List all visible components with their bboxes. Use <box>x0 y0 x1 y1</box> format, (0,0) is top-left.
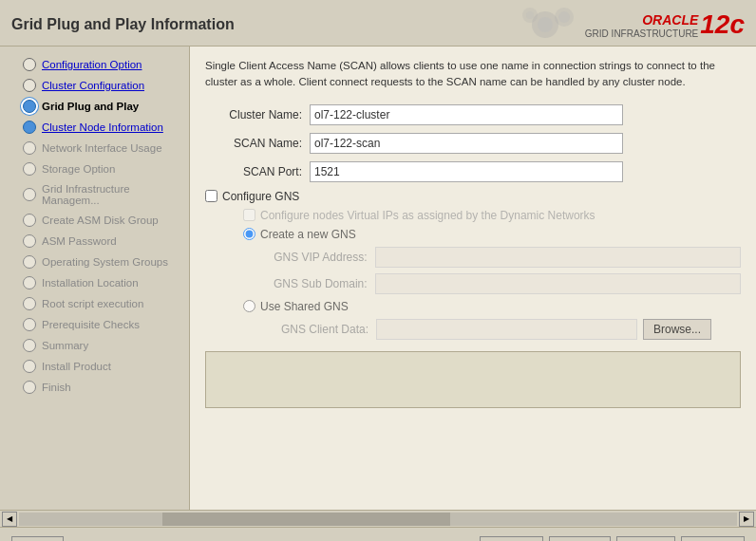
sidebar-item-prerequisite-checks: Prerequisite Checks <box>0 314 189 335</box>
use-shared-gns-radio[interactable] <box>243 300 255 312</box>
gns-section: Configure GNS Configure nodes Virtual IP… <box>205 190 741 340</box>
scroll-track[interactable] <box>19 513 737 526</box>
scan-port-label: SCAN Port: <box>205 165 310 178</box>
sidebar-item-installation-location: Installation Location <box>0 272 189 293</box>
scan-name-row: SCAN Name: <box>205 133 741 154</box>
cluster-name-label: Cluster Name: <box>205 108 310 121</box>
scan-port-input[interactable] <box>310 161 623 182</box>
step-icon-install-product <box>23 360 36 373</box>
sidebar-item-root-script-execution: Root script execution <box>0 293 189 314</box>
sidebar-item-cluster-configuration[interactable]: Cluster Configuration <box>0 75 189 96</box>
oracle-text: ORACLE <box>642 12 698 28</box>
gns-client-data-label: GNS Client Data: <box>262 323 376 336</box>
svg-point-5 <box>526 11 534 19</box>
sidebar-item-storage-option: Storage Option <box>0 159 189 179</box>
step-icon-create-asm-disk-group <box>23 214 36 227</box>
description-text: Single Client Access Name (SCAN) allows … <box>205 58 741 91</box>
step-icon-installation-location <box>23 276 36 289</box>
scroll-left-arrow[interactable]: ◀ <box>2 512 17 527</box>
back-button[interactable]: < Back <box>480 536 543 542</box>
configure-gns-label: Configure GNS <box>222 190 299 203</box>
gns-sub-domain-row: GNS Sub Domain: <box>262 273 741 294</box>
step-icon-network-interface-usage <box>23 141 36 155</box>
sidebar-item-install-product: Install Product <box>0 356 189 377</box>
cluster-name-input[interactable] <box>310 104 623 125</box>
gns-sub-domain-label: GNS Sub Domain: <box>262 277 375 290</box>
sidebar-item-grid-infrastructure-management: Grid Infrastructure Managem... <box>0 179 189 210</box>
svg-point-3 <box>558 11 570 23</box>
use-shared-gns-row: Use Shared GNS <box>243 300 741 313</box>
version-number: 12c <box>700 9 745 40</box>
footer-right: < Back Next > Install Cancel <box>480 536 745 542</box>
create-new-gns-label: Create a new GNS <box>260 228 356 241</box>
browse-button[interactable]: Browse... <box>643 319 711 340</box>
scan-port-row: SCAN Port: <box>205 161 741 182</box>
sidebar: Configuration Option Cluster Configurati… <box>0 47 190 510</box>
sidebar-item-finish: Finish <box>0 377 189 398</box>
step-icon-grid-plug-and-play <box>23 100 36 113</box>
step-icon-cluster-configuration <box>23 79 36 92</box>
scan-name-input[interactable] <box>310 133 623 154</box>
sidebar-item-create-asm-disk-group: Create ASM Disk Group <box>0 210 189 231</box>
svg-point-1 <box>538 17 553 32</box>
step-icon-asm-password <box>23 234 36 248</box>
use-shared-gns-label: Use Shared GNS <box>260 300 349 313</box>
step-icon-root-script-execution <box>23 297 36 310</box>
create-new-gns-row: Create a new GNS <box>243 228 741 241</box>
scrollbar-container: ◀ ▶ <box>0 510 756 527</box>
gns-client-data-input[interactable] <box>376 319 637 340</box>
step-icon-finish <box>23 381 36 394</box>
sidebar-item-summary: Summary <box>0 335 189 356</box>
help-button[interactable]: Help <box>11 536 64 542</box>
create-new-gns-radio[interactable] <box>243 228 255 240</box>
scan-name-label: SCAN Name: <box>205 137 310 150</box>
scroll-thumb <box>162 513 449 526</box>
product-line: GRID INFRASTRUCTURE <box>585 28 698 40</box>
sidebar-item-asm-password: ASM Password <box>0 231 189 252</box>
gns-options: Configure nodes Virtual IPs as assigned … <box>224 209 741 340</box>
oracle-logo-area: ORACLE GRID INFRASTRUCTURE 12c <box>517 8 745 42</box>
configure-gns-row: Configure GNS <box>205 190 741 203</box>
footer-left: Help <box>11 536 64 542</box>
gns-sub-domain-input[interactable] <box>375 273 741 294</box>
cancel-button[interactable]: Cancel <box>681 536 745 542</box>
dynamic-networks-label: Configure nodes Virtual IPs as assigned … <box>260 209 595 222</box>
sidebar-item-operating-system-groups: Operating System Groups <box>0 252 189 272</box>
step-icon-prerequisite-checks <box>23 318 36 331</box>
gns-vip-input[interactable] <box>375 247 741 268</box>
step-icon-storage-option <box>23 162 36 176</box>
install-button[interactable]: Install <box>616 536 674 542</box>
sidebar-item-grid-plug-and-play[interactable]: Grid Plug and Play <box>0 96 189 117</box>
sidebar-item-network-interface-usage: Network Interface Usage <box>0 138 189 159</box>
step-icon-grid-infrastructure-management <box>23 188 36 201</box>
sidebar-item-configuration-option[interactable]: Configuration Option <box>0 54 189 75</box>
header: Grid Plug and Play Information ORACLE GR… <box>0 0 756 47</box>
gns-vip-row: GNS VIP Address: <box>262 247 741 268</box>
next-button[interactable]: Next > <box>549 536 611 542</box>
gear-icons-decoration <box>517 8 574 42</box>
bottom-content-area <box>205 351 741 408</box>
footer: Help < Back Next > Install Cancel <box>0 527 756 541</box>
step-icon-configuration-option <box>23 58 36 71</box>
dynamic-networks-row: Configure nodes Virtual IPs as assigned … <box>243 209 741 222</box>
content-area: Single Client Access Name (SCAN) allows … <box>190 47 756 510</box>
step-icon-operating-system-groups <box>23 255 36 269</box>
gns-client-data-row: GNS Client Data: Browse... <box>262 319 741 340</box>
step-icon-summary <box>23 339 36 352</box>
scroll-right-arrow[interactable]: ▶ <box>739 512 754 527</box>
step-icon-cluster-node-information <box>23 121 36 134</box>
dynamic-networks-checkbox[interactable] <box>243 209 255 221</box>
cluster-name-row: Cluster Name: <box>205 104 741 125</box>
main-container: Configuration Option Cluster Configurati… <box>0 47 756 510</box>
configure-gns-checkbox[interactable] <box>205 190 217 202</box>
gns-vip-label: GNS VIP Address: <box>262 251 375 264</box>
sidebar-item-cluster-node-information[interactable]: Cluster Node Information <box>0 117 189 138</box>
page-title: Grid Plug and Play Information <box>11 16 235 33</box>
